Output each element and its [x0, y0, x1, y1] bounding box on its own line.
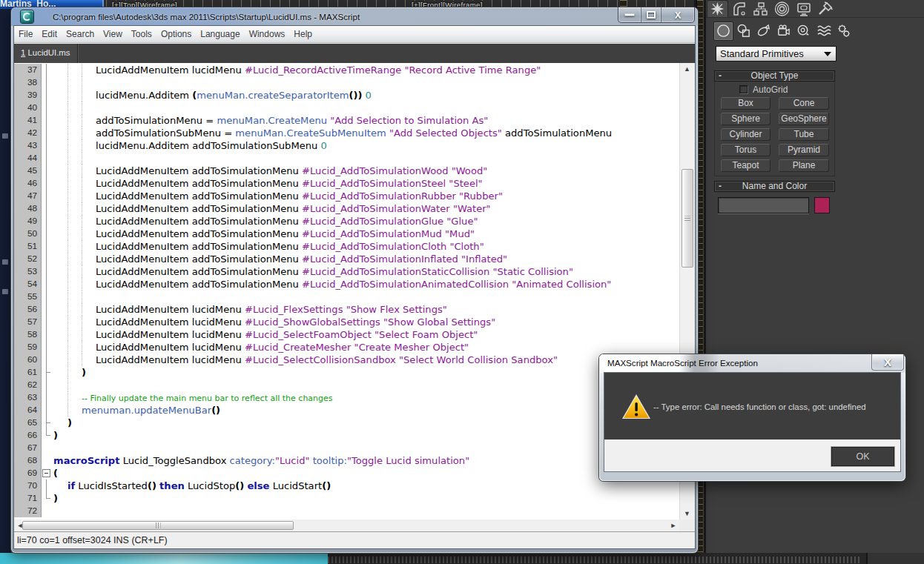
panel-tab-create[interactable] — [707, 0, 728, 18]
teapot-button[interactable]: Teapot — [721, 159, 770, 172]
code-line-39[interactable]: 39lucidMenu.Additem (menuMan.createSepar… — [14, 89, 612, 102]
scroll-up-arrow[interactable]: ▲ — [680, 63, 694, 75]
menu-file[interactable]: File — [14, 27, 37, 42]
menu-tools[interactable]: Tools — [127, 27, 156, 42]
indent-guide — [82, 228, 82, 240]
torus-button[interactable]: Torus — [721, 144, 770, 156]
code-line-61[interactable]: 61) — [14, 366, 612, 379]
code-editor-surface[interactable]: 37LucidAddMenuItem lucidMenu #Lucid_Reco… — [14, 63, 679, 520]
category-shapes[interactable] — [733, 21, 753, 41]
code-line-52[interactable]: 52LucidAddMenuItem addToSimulationMenu #… — [14, 253, 612, 265]
panel-tab-utilities[interactable] — [814, 0, 836, 18]
code-line-68[interactable]: 68macroScript Lucid_ToggleSandbox catego… — [14, 454, 612, 467]
code-line-67[interactable]: 67 — [14, 442, 612, 454]
code-line-63[interactable]: 63-- Finally update the main menu bar to… — [14, 391, 612, 404]
geosphere-button[interactable]: GeoSphere — [779, 113, 829, 125]
menu-options[interactable]: Options — [156, 27, 196, 42]
indent-guide — [82, 64, 82, 76]
fold-margin — [42, 253, 50, 265]
category-geometry[interactable] — [713, 21, 733, 41]
ok-button[interactable]: OK — [831, 447, 894, 466]
autogrid-checkbox[interactable] — [739, 85, 748, 93]
horizontal-scroll-thumb[interactable] — [22, 521, 294, 530]
horizontal-scrollbar[interactable]: ◄ ► — [14, 520, 679, 531]
code-line-71[interactable]: 71) — [14, 492, 612, 505]
cylinder-button[interactable]: Cylinder — [721, 128, 770, 141]
fold-margin — [42, 139, 50, 152]
vertical-scroll-thumb[interactable] — [682, 169, 693, 268]
tube-button[interactable]: Tube — [779, 128, 829, 141]
maximize-button[interactable] — [641, 7, 661, 22]
code-line-45[interactable]: 45LucidAddMenuItem addToSimulationMenu #… — [14, 165, 612, 177]
menu-windows[interactable]: Windows — [245, 27, 290, 42]
code-line-58[interactable]: 58LucidAddMenuItem lucidMenu #Lucid_Sele… — [14, 328, 612, 341]
category-systems[interactable] — [834, 21, 854, 41]
code-line-38[interactable]: 38 — [14, 76, 612, 89]
panel-tab-motion[interactable] — [771, 0, 793, 18]
menu-search[interactable]: Search — [62, 27, 99, 42]
category-space-warps[interactable] — [814, 21, 834, 41]
menu-edit[interactable]: Edit — [37, 27, 62, 42]
panel-tab-modify[interactable] — [728, 0, 750, 18]
scroll-right-arrow[interactable]: ► — [667, 520, 679, 531]
category-lights[interactable] — [753, 21, 773, 41]
code-line-50[interactable]: 50LucidAddMenuItem addToSimulationMenu #… — [14, 228, 612, 240]
code-line-47[interactable]: 47LucidAddMenuItem addToSimulationMenu #… — [14, 190, 612, 202]
minimize-button[interactable] — [618, 7, 641, 22]
code-line-40[interactable]: 40 — [14, 102, 612, 114]
code-line-37[interactable]: 37LucidAddMenuItem lucidMenu #Lucid_Reco… — [14, 64, 612, 76]
helpers-icon — [796, 24, 811, 39]
box-button[interactable]: Box — [721, 97, 770, 110]
primitives-dropdown-value: Standard Primitives — [720, 48, 804, 59]
plane-button[interactable]: Plane — [779, 159, 829, 172]
menu-language[interactable]: Language — [196, 27, 244, 42]
code-line-69[interactable]: 69( — [14, 467, 612, 480]
code-line-49[interactable]: 49LucidAddMenuItem addToSimulationMenu #… — [14, 215, 612, 228]
close-button[interactable]: x — [661, 7, 694, 22]
code-line-51[interactable]: 51LucidAddMenuItem addToSimulationMenu #… — [14, 240, 612, 253]
category-cameras[interactable] — [773, 21, 793, 41]
indent-guide — [67, 391, 68, 404]
category-helpers[interactable] — [793, 21, 814, 41]
code-text: LucidAddMenuItem addToSimulationMenu #Lu… — [50, 190, 612, 202]
code-line-65[interactable]: 65) — [14, 417, 612, 429]
menu-help[interactable]: Help — [289, 27, 317, 42]
code-line-62[interactable]: 62 — [14, 379, 612, 391]
dialog-close-button[interactable]: x — [871, 354, 904, 371]
fold-toggle-icon[interactable] — [42, 467, 50, 480]
code-text: LucidAddMenuItem lucidMenu #Lucid_Select… — [50, 354, 612, 366]
editor-tabbar: 1 LucidUI.ms — [14, 44, 695, 63]
indent-guide — [67, 278, 68, 291]
code-line-46[interactable]: 46LucidAddMenuItem addToSimulationMenu #… — [14, 177, 612, 190]
sphere-button[interactable]: Sphere — [721, 113, 770, 125]
name-color-rollout-header[interactable]: - Name and Color — [714, 181, 835, 192]
code-line-53[interactable]: 53LucidAddMenuItem addToSimulationMenu #… — [14, 265, 612, 278]
code-line-59[interactable]: 59LucidAddMenuItem lucidMenu #Lucid_Crea… — [14, 341, 612, 354]
code-line-66[interactable]: 66) — [14, 429, 612, 442]
code-line-70[interactable]: 70if LucidIsStarted() then LucidStop() e… — [14, 480, 612, 492]
pyramid-button[interactable]: Pyramid — [779, 144, 829, 156]
code-line-42[interactable]: 42addToSimulationSubMenu = menuMan.Creat… — [14, 127, 612, 139]
code-text: LucidAddMenuItem addToSimulationMenu #Lu… — [50, 202, 612, 215]
cone-button[interactable]: Cone — [779, 97, 829, 110]
code-line-72[interactable]: 72 — [14, 505, 612, 517]
code-line-64[interactable]: 64menuman.updateMenuBar() — [14, 404, 612, 417]
menu-view[interactable]: View — [99, 27, 127, 42]
code-line-60[interactable]: 60LucidAddMenuItem lucidMenu #Lucid_Sele… — [14, 354, 612, 366]
object-name-input[interactable] — [718, 197, 809, 213]
scroll-down-arrow[interactable]: ▼ — [680, 508, 694, 520]
code-line-41[interactable]: 41addToSimulationMenu = menuMan.CreateMe… — [14, 114, 612, 127]
file-tab[interactable]: 1 LucidUI.ms — [15, 44, 78, 63]
code-line-56[interactable]: 56LucidAddMenuItem lucidMenu #Lucid_Flex… — [14, 303, 612, 316]
code-line-57[interactable]: 57LucidAddMenuItem lucidMenu #Lucid_Show… — [14, 316, 612, 328]
object-color-swatch[interactable] — [814, 197, 830, 213]
primitives-dropdown[interactable]: Standard Primitives — [716, 46, 836, 62]
code-line-54[interactable]: 54LucidAddMenuItem addToSimulationMenu #… — [14, 278, 612, 291]
code-line-43[interactable]: 43lucidMenu.Additem addToSimulationSubMe… — [14, 139, 612, 152]
panel-tab-display[interactable] — [793, 0, 814, 18]
object-type-rollout-header[interactable]: - Object Type — [714, 70, 835, 82]
code-line-48[interactable]: 48LucidAddMenuItem addToSimulationMenu #… — [14, 202, 612, 215]
code-line-55[interactable]: 55 — [14, 291, 612, 303]
panel-tab-hierarchy[interactable] — [750, 0, 771, 18]
code-line-44[interactable]: 44 — [14, 152, 612, 165]
